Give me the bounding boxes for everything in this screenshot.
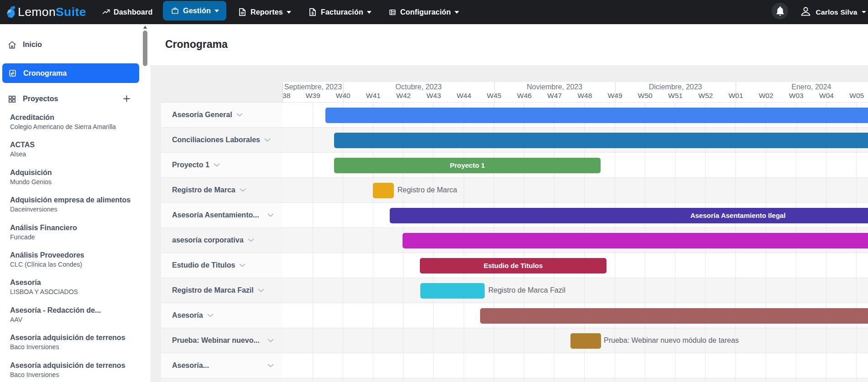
svg-text:$: $: [311, 11, 314, 15]
